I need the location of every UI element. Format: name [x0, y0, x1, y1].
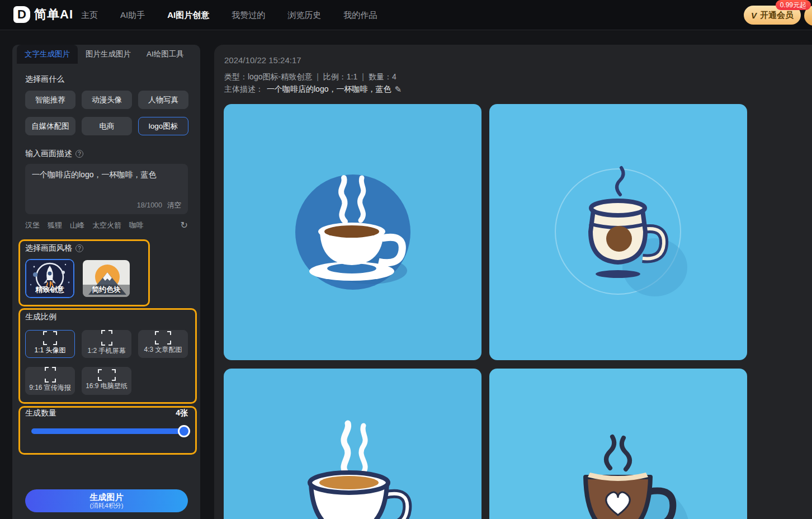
refresh-suggestions-icon[interactable]: ↻ [181, 220, 188, 230]
aspect-ratio-icon [47, 369, 54, 380]
coffee-logo-brown-heart-cup [489, 369, 747, 519]
suggestion-fox[interactable]: 狐狸 [48, 220, 62, 230]
nav-item-home[interactable]: 主页 [81, 10, 98, 21]
ratio-16-9-wallpaper[interactable]: 16:9 电脑壁纸 [82, 367, 131, 395]
coffee-logo-white-cup [224, 369, 481, 519]
slider-thumb[interactable] [178, 425, 190, 437]
prompt-suggestions: 汉堡 狐狸 山峰 太空火箭 咖啡 ↻ [25, 220, 188, 230]
meta-separator: | [317, 72, 319, 81]
top-navbar: D 简单AI 主页 AI助手 AI图片创意 我赞过的 浏览历史 我的作品 V 开… [0, 0, 812, 30]
meta-ratio-value: 1:1 [347, 72, 357, 81]
suggestion-burger[interactable]: 汉堡 [25, 220, 40, 230]
coffee-logo-blue-circle [224, 104, 481, 360]
prompt-title-text: 输入画面描述 [25, 149, 72, 159]
generated-images-grid [224, 104, 747, 519]
style-title-text: 选择画面风格 [25, 243, 72, 253]
ratio-1-1-avatar[interactable]: 1:1 头像图 [25, 330, 75, 358]
quantity-row: 生成数量 4张 [25, 408, 188, 418]
ratio-title-text: 生成比例 [25, 312, 56, 322]
app-window: D 简单AI 主页 AI助手 AI图片创意 我赞过的 浏览历史 我的作品 V 开… [0, 0, 812, 519]
edit-description-icon[interactable]: ✎ [394, 84, 402, 95]
category-logo-icon[interactable]: logo图标 [138, 117, 188, 135]
ratio-4-3-article[interactable]: 4:3 文章配图 [138, 330, 188, 358]
generated-image-4[interactable] [489, 369, 747, 519]
generation-meta: 类型：logo图标-精致创意|比例：1:1|数量：4 [224, 72, 396, 82]
subject-description: 主体描述： 一个咖啡店的logo，一杯咖啡，蓝色 ✎ [224, 84, 402, 95]
category-ecommerce[interactable]: 电商 [82, 117, 132, 135]
meta-count-label: 数量： [369, 72, 392, 81]
tab-text-to-image[interactable]: 文字生成图片 [17, 45, 78, 64]
generate-button-cost: (消耗4积分) [89, 502, 123, 509]
quantity-value: 4张 [176, 408, 188, 418]
ratio-9-16-poster[interactable]: 9:16 宣传海报 [25, 367, 75, 395]
category-section-title: 选择画什么 [25, 74, 64, 84]
suggestion-rocket[interactable]: 太空火箭 [92, 220, 121, 230]
nav-item-ai-assistant[interactable]: AI助手 [120, 10, 145, 21]
generated-image-3[interactable] [224, 369, 481, 519]
suggestion-coffee[interactable]: 咖啡 [129, 220, 144, 230]
style-card-refined-creative[interactable]: 精致创意 [25, 259, 74, 298]
prompt-counter-row: 18/1000清空 [137, 201, 181, 210]
suggestion-mountain[interactable]: 山峰 [70, 220, 84, 230]
style-section-title: 选择画面风格 ? [25, 243, 83, 253]
ratio-section-title: 生成比例 [25, 312, 56, 322]
ratio-options: 1:1 头像图 1:2 手机屏幕 4:3 文章配图 9:16 宣传海报 16:9… [25, 330, 188, 395]
nav-menu: 主页 AI助手 AI图片创意 我赞过的 浏览历史 我的作品 [81, 0, 377, 30]
description-value: 一个咖啡店的logo，一杯咖啡，蓝色 [267, 84, 391, 95]
help-icon[interactable]: ? [75, 150, 83, 158]
category-title-text: 选择画什么 [25, 74, 64, 84]
coffee-logo-outline-cup [489, 104, 747, 360]
tab-ai-drawing-tools[interactable]: AI绘图工具 [139, 45, 192, 64]
nav-item-my-works[interactable]: 我的作品 [343, 10, 377, 21]
tab-image-to-image[interactable]: 图片生成图片 [78, 45, 139, 64]
category-media-illustration[interactable]: 自媒体配图 [25, 117, 75, 135]
sidebar-tabs: 文字生成图片 图片生成图片 AI绘图工具 [17, 45, 192, 64]
generate-image-button[interactable]: 生成图片 (消耗4积分) [25, 489, 188, 512]
prompt-input-box: 一个咖啡店的logo，一杯咖啡，蓝色 18/1000清空 [25, 164, 188, 214]
app-logo[interactable]: D 简单AI [13, 6, 73, 23]
vip-icon: V [751, 11, 757, 20]
category-smart-recommend[interactable]: 智能推荐 [25, 91, 75, 109]
generation-sidebar: 文字生成图片 图片生成图片 AI绘图工具 选择画什么 智能推荐 动漫头像 人物写… [12, 45, 200, 519]
price-promo-badge: 0.99元起 [776, 0, 811, 10]
aspect-ratio-icon [157, 333, 169, 342]
generated-image-1[interactable] [224, 104, 481, 360]
ratio-1-2-phone[interactable]: 1:2 手机屏幕 [82, 330, 131, 358]
vip-button-label: 开通会员 [760, 10, 794, 21]
nav-item-history[interactable]: 浏览历史 [287, 10, 321, 21]
style-options: 精致创意 简约色块 [25, 259, 131, 298]
help-icon[interactable]: ? [75, 244, 83, 252]
clear-button[interactable]: 清空 [167, 201, 181, 209]
nav-item-ai-image-creation[interactable]: AI图片创意 [167, 10, 209, 21]
quantity-slider[interactable] [31, 428, 188, 434]
prompt-section-title: 输入画面描述 ? [25, 149, 83, 159]
category-anime-avatar[interactable]: 动漫头像 [82, 91, 132, 109]
aspect-ratio-icon [45, 333, 55, 343]
generate-button-label: 生成图片 [90, 492, 124, 502]
description-label: 主体描述： [224, 84, 263, 95]
generated-image-2[interactable] [489, 104, 747, 360]
meta-separator: | [362, 72, 364, 81]
style-card-label: 简约色块 [83, 285, 130, 295]
quantity-title: 生成数量 [25, 408, 56, 418]
category-options: 智能推荐 动漫头像 人物写真 自媒体配图 电商 logo图标 [25, 91, 188, 135]
meta-type-value: logo图标-精致创意 [248, 72, 312, 81]
logo-d-icon: D [13, 6, 30, 23]
meta-type-label: 类型： [224, 72, 248, 81]
aspect-ratio-icon [100, 371, 114, 379]
category-portrait[interactable]: 人物写真 [138, 91, 188, 109]
meta-ratio-label: 比例： [323, 72, 347, 81]
char-counter: 18/1000 [137, 201, 162, 209]
logo-text: 简单AI [34, 6, 73, 23]
style-card-label: 精致创意 [26, 285, 73, 295]
meta-count-value: 4 [392, 72, 396, 81]
aspect-ratio-icon [103, 332, 110, 343]
prompt-textarea[interactable]: 一个咖啡店的logo，一杯咖啡，蓝色 [25, 164, 188, 199]
style-card-simple-color-block[interactable]: 简约色块 [82, 259, 131, 298]
generation-timestamp: 2024/10/22 15:24:17 [224, 55, 301, 65]
results-panel: 2024/10/22 15:24:17 类型：logo图标-精致创意|比例：1:… [214, 45, 812, 519]
nav-item-liked[interactable]: 我赞过的 [232, 10, 265, 21]
